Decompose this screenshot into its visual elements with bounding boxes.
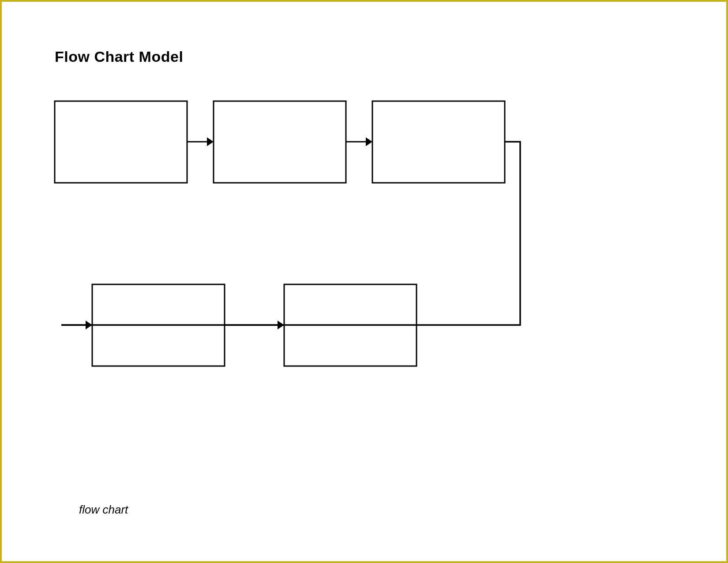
figure-caption: flow chart	[79, 503, 128, 517]
arrowhead-1	[207, 137, 214, 146]
arrowhead-3	[86, 321, 92, 329]
flow-box-2	[214, 101, 346, 183]
flow-box-3	[372, 101, 505, 183]
page-frame: Flow Chart Model flow chart	[0, 0, 728, 563]
arrowhead-2	[366, 137, 372, 146]
flow-box-1	[55, 101, 187, 183]
arrowhead-4	[278, 321, 284, 329]
flowchart-diagram	[2, 2, 728, 563]
